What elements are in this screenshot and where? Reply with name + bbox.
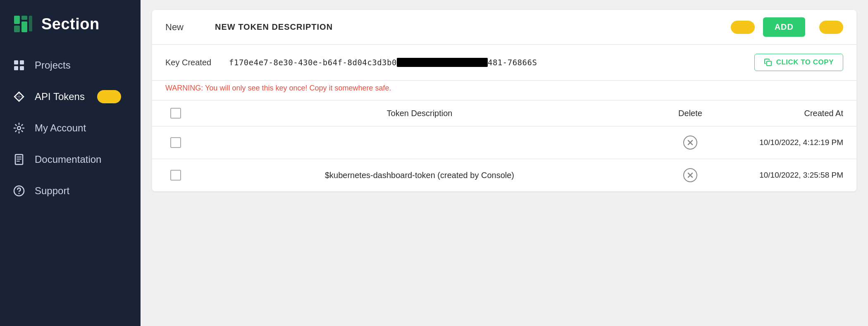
svg-rect-6: [20, 60, 24, 64]
table-header-row: Token Description Delete Created At: [152, 100, 856, 126]
section-logo-icon: [12, 13, 34, 35]
col-header-created-at: Created At: [727, 109, 843, 118]
sidebar-item-documentation-label: Documentation: [35, 154, 101, 165]
sidebar-item-support-label: Support: [35, 185, 69, 197]
diamond-icon: [12, 90, 26, 103]
header-checkbox[interactable]: [170, 108, 181, 119]
svg-rect-1: [14, 26, 20, 32]
new-token-row: New NEW TOKEN DESCRIPTION ADD: [152, 10, 856, 45]
row2-created-at: 10/10/2022, 3:25:58 PM: [727, 171, 843, 180]
add-button-badge: [819, 21, 843, 34]
svg-rect-13: [767, 61, 771, 66]
key-suffix: 481-76866S: [488, 58, 537, 67]
api-tokens-card: New NEW TOKEN DESCRIPTION ADD Key Create…: [152, 10, 856, 191]
row1-delete-button[interactable]: [683, 136, 697, 150]
col-header-checkbox: [165, 108, 186, 119]
row1-checkbox-col: [165, 137, 186, 148]
sidebar-item-api-tokens-label: API Tokens: [35, 91, 85, 102]
logo-area: Section: [0, 0, 141, 50]
svg-rect-2: [21, 16, 27, 20]
svg-point-12: [19, 193, 20, 194]
new-token-label: New: [165, 22, 207, 33]
gear-icon: [12, 121, 26, 135]
key-redacted: [397, 58, 488, 67]
sidebar-item-support[interactable]: Support: [0, 175, 141, 207]
svg-rect-7: [14, 66, 18, 70]
sidebar-nav: Projects API Tokens My Account: [0, 50, 141, 207]
warning-text: WARNING: You will only see this key once…: [165, 84, 391, 92]
sidebar-item-documentation[interactable]: Documentation: [0, 144, 141, 175]
key-created-row: Key Created f170e4e7-8e30-430e-b64f-8d04…: [152, 45, 856, 81]
sidebar-item-projects-label: Projects: [35, 59, 71, 71]
row1-created-at: 10/10/2022, 4:12:19 PM: [727, 138, 843, 147]
logo-text: Section: [41, 15, 100, 33]
help-icon: [12, 184, 26, 198]
row1-delete-col: [653, 136, 727, 150]
row1-checkbox[interactable]: [170, 137, 181, 148]
sidebar-item-api-tokens[interactable]: API Tokens: [0, 81, 141, 112]
sidebar-item-my-account-label: My Account: [35, 122, 86, 134]
svg-point-9: [17, 126, 21, 130]
row2-delete-col: [653, 168, 727, 182]
main-content: New NEW TOKEN DESCRIPTION ADD Key Create…: [141, 0, 868, 326]
click-to-copy-button[interactable]: CLICK TO COPY: [754, 54, 843, 71]
sidebar-item-my-account[interactable]: My Account: [0, 112, 141, 144]
new-token-badge: [731, 21, 755, 34]
table-row: 10/10/2022, 4:12:19 PM: [152, 126, 856, 159]
svg-rect-5: [14, 60, 18, 64]
sidebar-item-projects[interactable]: Projects: [0, 50, 141, 81]
sidebar: Section Projects API Tokens: [0, 0, 141, 326]
add-token-button[interactable]: ADD: [763, 17, 805, 37]
row2-checkbox-col: [165, 170, 186, 181]
api-tokens-badge: [97, 90, 121, 103]
table-row: $kubernetes-dashboard-token (created by …: [152, 159, 856, 191]
new-token-description: NEW TOKEN DESCRIPTION: [215, 22, 723, 32]
grid-icon: [12, 59, 26, 72]
key-created-label: Key Created: [165, 58, 219, 67]
svg-rect-4: [29, 16, 32, 31]
row2-delete-button[interactable]: [683, 168, 697, 182]
doc-icon: [12, 153, 26, 166]
svg-rect-0: [14, 16, 20, 24]
warning-row: WARNING: You will only see this key once…: [152, 81, 856, 100]
svg-rect-8: [20, 66, 24, 70]
row2-description: $kubernetes-dashboard-token (created by …: [186, 171, 653, 180]
copy-icon: [764, 58, 772, 67]
col-header-delete: Delete: [653, 109, 727, 118]
click-to-copy-label: CLICK TO COPY: [776, 58, 834, 67]
svg-rect-3: [21, 21, 27, 32]
key-prefix: f170e4e7-8e30-430e-b64f-8d04c3d3b0: [229, 58, 397, 67]
col-header-description: Token Description: [186, 109, 653, 118]
row2-checkbox[interactable]: [170, 170, 181, 181]
key-value-display: f170e4e7-8e30-430e-b64f-8d04c3d3b0481-76…: [229, 58, 744, 67]
